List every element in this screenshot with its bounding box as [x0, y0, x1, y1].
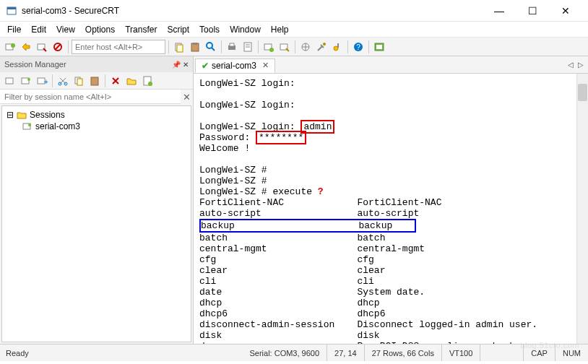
collapse-icon[interactable]: ⊟	[7, 110, 14, 120]
session-manager-toolbar: +	[0, 72, 193, 90]
pin-icon[interactable]: 📌 ✕	[172, 61, 189, 69]
titlebar: serial-com3 - SecureCRT — ☐ ✕	[0, 0, 588, 22]
status-serial: Serial: COM3, 9600	[242, 344, 327, 361]
tree-root-label: Sessions	[30, 110, 65, 120]
menu-window[interactable]: Window	[230, 25, 261, 35]
sm-folder-icon[interactable]	[124, 74, 139, 88]
minimize-button[interactable]: —	[483, 0, 516, 22]
help-icon[interactable]: ?	[351, 40, 366, 54]
svg-line-6	[55, 44, 61, 50]
svg-rect-8	[177, 45, 183, 52]
toolbar-separator	[168, 40, 169, 53]
tree-session-item[interactable]: serial-com3	[21, 121, 188, 132]
menu-tools[interactable]: Tools	[199, 25, 220, 35]
status-ready: Ready	[0, 344, 242, 361]
toolbar-separator	[347, 40, 348, 53]
new-session-icon[interactable]	[261, 40, 276, 54]
toolbar-separator	[105, 74, 105, 87]
status-cursor-pos: 27, 14	[327, 344, 365, 361]
session-filter-input[interactable]	[0, 90, 181, 104]
content-area: ✔ serial-com3 ✕ ◁ ▷ LongWei-SZ login: Lo…	[194, 56, 588, 344]
svg-rect-37	[77, 79, 82, 85]
toolbar-separator	[258, 40, 259, 53]
quick-connect-icon[interactable]	[19, 40, 33, 54]
session-manager-header: Session Manager 📌 ✕	[0, 56, 193, 72]
clear-filter-icon[interactable]: ✕	[181, 92, 193, 103]
svg-point-31	[27, 78, 30, 81]
folder-icon	[17, 110, 27, 119]
tab-close-icon[interactable]: ✕	[262, 61, 269, 70]
app-icon	[6, 5, 17, 17]
sm-paste-icon[interactable]	[87, 74, 102, 88]
menu-edit[interactable]: Edit	[31, 25, 46, 35]
maximize-button[interactable]: ☐	[516, 0, 549, 22]
menu-script[interactable]: Script	[167, 25, 189, 35]
connect-bar-icon[interactable]	[35, 40, 49, 54]
svg-point-11	[207, 43, 212, 48]
properties-icon[interactable]	[241, 40, 255, 54]
toolbar-separator	[52, 74, 53, 87]
find-icon[interactable]	[204, 40, 218, 54]
toolbar-separator	[295, 40, 295, 53]
sm-copy-icon[interactable]	[72, 74, 86, 88]
tab-status-icon: ✔	[202, 61, 209, 71]
toolbar-separator	[368, 40, 369, 53]
svg-rect-14	[230, 43, 234, 46]
svg-point-22	[323, 43, 326, 46]
tree-root[interactable]: ⊟ Sessions	[5, 109, 188, 121]
sm-delete-icon[interactable]	[108, 74, 123, 88]
session-tree[interactable]: ⊟ Sessions serial-com3	[1, 105, 191, 342]
toggle-icon[interactable]	[372, 40, 386, 54]
svg-line-12	[212, 48, 215, 51]
svg-point-40	[148, 82, 152, 86]
tabbar: ✔ serial-com3 ✕ ◁ ▷	[194, 56, 588, 74]
status-spacer	[480, 344, 524, 361]
paste-icon[interactable]	[188, 40, 202, 54]
svg-rect-38	[91, 77, 98, 85]
menubar: File Edit View Options Transfer Script T…	[0, 22, 588, 38]
connect-icon[interactable]	[3, 40, 17, 54]
tab-next-icon[interactable]: ▷	[578, 61, 584, 69]
sm-new-icon[interactable]: +	[35, 74, 49, 88]
session-tab[interactable]: ✔ serial-com3 ✕	[195, 58, 275, 73]
session-manager-title: Session Manager	[4, 60, 66, 69]
copy-icon[interactable]	[172, 40, 186, 54]
menu-file[interactable]: File	[7, 25, 21, 35]
keymap-icon[interactable]	[330, 40, 345, 54]
svg-rect-1	[7, 7, 16, 9]
svg-rect-28	[376, 45, 382, 49]
session-icon	[22, 122, 33, 131]
svg-rect-29	[6, 78, 13, 84]
menu-view[interactable]: View	[56, 25, 75, 35]
svg-point-42	[28, 124, 31, 126]
disconnect-icon[interactable]	[51, 40, 65, 54]
sm-props-icon[interactable]	[140, 74, 155, 88]
tools-icon[interactable]	[314, 40, 329, 54]
sm-connect-icon[interactable]	[3, 74, 17, 88]
menu-help[interactable]: Help	[271, 25, 289, 35]
window-title: serial-com3 - SecureCRT	[22, 6, 483, 16]
session-manager-panel: Session Manager 📌 ✕ + ✕ ⊟ Sessions	[0, 56, 194, 344]
sm-quick-icon[interactable]	[19, 74, 33, 88]
close-button[interactable]: ✕	[549, 0, 582, 22]
sm-cut-icon[interactable]	[56, 74, 70, 88]
session-options-icon[interactable]	[277, 40, 292, 54]
svg-text:?: ?	[356, 43, 360, 51]
status-emulation: VT100	[442, 344, 480, 361]
terminal-scrollbar[interactable]	[576, 74, 588, 344]
host-input[interactable]	[72, 40, 165, 54]
menu-transfer[interactable]: Transfer	[125, 25, 157, 35]
tab-label: serial-com3	[212, 61, 256, 71]
tree-session-label: serial-com3	[35, 121, 80, 131]
print-icon[interactable]	[225, 40, 239, 54]
status-size: 27 Rows, 66 Cols	[365, 344, 442, 361]
svg-point-3	[11, 43, 15, 48]
terminal-output[interactable]: LongWei-SZ login: LongWei-SZ login: Long…	[194, 74, 588, 344]
svg-rect-10	[193, 43, 197, 45]
tab-prev-icon[interactable]: ◁	[568, 61, 574, 69]
statusbar: Ready Serial: COM3, 9600 27, 14 27 Rows,…	[0, 344, 588, 361]
menu-options[interactable]: Options	[85, 25, 115, 35]
toolbar-separator	[68, 40, 69, 53]
global-options-icon[interactable]	[298, 40, 313, 54]
svg-point-19	[269, 48, 274, 52]
